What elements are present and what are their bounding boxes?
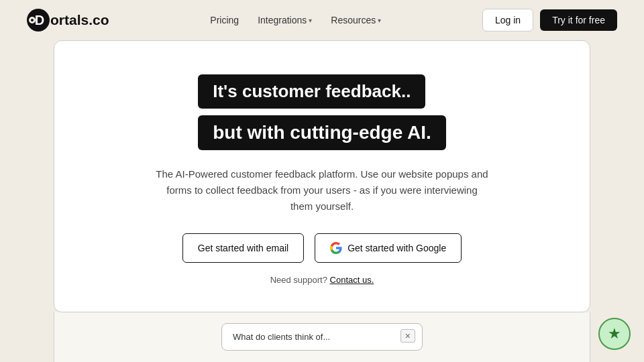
- get-started-email-button[interactable]: Get started with email: [182, 233, 304, 263]
- integrations-chevron-icon: ▾: [309, 17, 312, 24]
- headline-line1: It's customer feedback..: [198, 74, 425, 109]
- popup-close-button[interactable]: ×: [400, 329, 415, 343]
- nav-actions: Log in Try it for free: [482, 9, 617, 32]
- nav-resources[interactable]: Resources ▾: [323, 11, 389, 29]
- headline-block: It's customer feedback.. but with cuttin…: [198, 74, 446, 150]
- hero-card: It's customer feedback.. but with cuttin…: [54, 40, 590, 312]
- contact-link[interactable]: Contact us.: [330, 275, 374, 285]
- logo-text: ortals.co: [50, 12, 109, 28]
- fab-button[interactable]: ★: [598, 318, 631, 350]
- google-icon: [330, 242, 342, 254]
- navbar: D ortals.co Pricing Integrations ▾ Resou…: [0, 0, 644, 40]
- nav-links: Pricing Integrations ▾ Resources ▾: [202, 11, 389, 29]
- popup-card: × What do clients think of...: [221, 323, 423, 351]
- get-started-google-button[interactable]: Get started with Google: [315, 233, 462, 263]
- cta-buttons: Get started with email Get started with …: [182, 233, 462, 263]
- star-icon: ★: [608, 325, 621, 343]
- resources-chevron-icon: ▾: [378, 17, 381, 24]
- try-button[interactable]: Try it for free: [540, 9, 617, 31]
- popup-text: What do clients think of...: [233, 332, 411, 342]
- headline-line2: but with cutting-edge AI.: [198, 115, 446, 150]
- login-button[interactable]: Log in: [482, 9, 533, 32]
- logo-icon: D: [27, 9, 50, 32]
- nav-integrations[interactable]: Integrations ▾: [250, 11, 320, 29]
- logo-letter: D: [35, 13, 44, 28]
- support-text: Need support? Contact us.: [270, 275, 374, 285]
- bottom-section: × What do clients think of...: [54, 312, 590, 362]
- nav-pricing[interactable]: Pricing: [202, 11, 247, 29]
- logo[interactable]: D ortals.co: [27, 9, 109, 32]
- subtext: The AI-Powered customer feedback platfor…: [154, 166, 490, 215]
